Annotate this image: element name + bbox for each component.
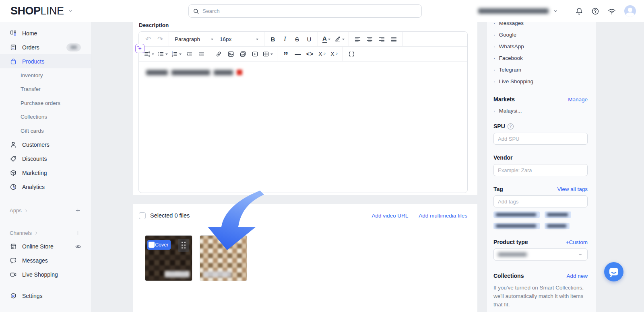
insert-link-button[interactable] <box>213 48 225 60</box>
shopline-logo[interactable]: SHOPLINE <box>10 5 74 17</box>
sidebar-item-analytics[interactable]: Analytics <box>0 180 91 194</box>
network-status-button[interactable] <box>607 7 616 15</box>
bullet-icon: · <box>493 22 495 26</box>
sidebar-section-channels[interactable]: Channels <box>0 227 91 240</box>
strikethrough-button[interactable]: S <box>291 33 303 45</box>
align-center-button[interactable] <box>363 33 376 45</box>
drag-handle[interactable] <box>178 239 189 252</box>
right-rail: ·Messages ·Google ·WhatsApp ·Facebook ·T… <box>487 22 596 312</box>
view-all-tags-link[interactable]: View all tags <box>557 186 588 192</box>
bold-button[interactable]: B <box>267 33 279 45</box>
rail-channel-facebook[interactable]: ·Facebook <box>493 52 588 64</box>
tags-input[interactable] <box>493 195 588 207</box>
help-button[interactable] <box>591 7 599 15</box>
sidebar-sub-label: Gift cards <box>21 128 44 134</box>
sidebar-item-discounts[interactable]: Discounts <box>0 152 91 166</box>
indent-button[interactable] <box>183 48 195 60</box>
ai-assistant-button[interactable]: ✦ ✦ <box>135 44 144 53</box>
global-search[interactable] <box>188 4 422 18</box>
superscript-button[interactable]: X2 <box>316 48 328 60</box>
fullscreen-button[interactable] <box>345 48 357 60</box>
image-checkbox[interactable] <box>149 242 155 248</box>
horizontal-rule-button[interactable]: — <box>292 48 304 60</box>
select-all-checkbox[interactable] <box>139 212 146 219</box>
notifications-button[interactable] <box>575 7 583 15</box>
redo-button[interactable]: ↷ <box>154 33 166 45</box>
paragraph-style-dropdown[interactable]: Paragraph <box>171 33 217 45</box>
align-left-button[interactable] <box>351 33 363 45</box>
tag-pill[interactable] <box>545 211 571 218</box>
bullet-list-button[interactable] <box>156 48 169 60</box>
blurred-text <box>146 70 168 75</box>
justify-button[interactable] <box>388 33 400 45</box>
rail-channel-telegram[interactable]: ·Telegram <box>493 64 588 76</box>
add-channel-icon[interactable] <box>75 230 81 236</box>
tag-pill[interactable] <box>545 223 570 229</box>
product-image-2[interactable] <box>200 235 247 281</box>
sidebar-item-marketing[interactable]: Marketing <box>0 166 91 180</box>
sidebar-item-products[interactable]: Products <box>0 54 91 68</box>
sidebar-item-live-shopping[interactable]: Live Shopping <box>0 268 91 282</box>
sidebar-item-messages[interactable]: Messages <box>0 254 91 268</box>
product-image-cover[interactable]: Cover <box>145 235 192 281</box>
sidebar-item-label: Discounts <box>22 156 91 162</box>
italic-button[interactable]: I <box>279 33 291 45</box>
add-video-url-link[interactable]: Add video URL <box>372 213 408 219</box>
tag-pill[interactable] <box>493 211 540 218</box>
insert-gallery-button[interactable] <box>237 48 249 60</box>
text-color-button[interactable]: A <box>320 33 332 45</box>
add-new-collection-link[interactable]: Add new <box>566 273 588 279</box>
sidebar-item-inventory[interactable]: Inventory <box>0 68 91 82</box>
add-multimedia-files-link[interactable]: Add multimedia files <box>419 213 467 219</box>
insert-table-button[interactable] <box>261 48 275 60</box>
vendor-input[interactable] <box>493 164 588 176</box>
sidebar-item-home[interactable]: Home <box>0 26 91 40</box>
search-input[interactable] <box>202 8 417 14</box>
sidebar-item-customers[interactable]: Customers <box>0 138 91 152</box>
user-avatar[interactable] <box>624 5 636 17</box>
blurred-emoji <box>237 70 242 75</box>
spu-help-icon[interactable]: ? <box>508 123 514 129</box>
numbered-list-button[interactable]: 123 <box>169 48 183 60</box>
custom-product-type-link[interactable]: +Custom <box>566 239 588 245</box>
manage-markets-link[interactable]: Manage <box>568 96 588 103</box>
rail-channel-whatsapp[interactable]: ·WhatsApp <box>493 41 588 52</box>
cover-badge: Cover <box>147 240 171 250</box>
insert-video-button[interactable] <box>249 48 261 60</box>
sidebar-section-apps[interactable]: Apps <box>0 204 91 217</box>
sidebar-item-collections[interactable]: Collections <box>0 110 91 124</box>
insert-image-button[interactable] <box>225 48 237 60</box>
product-type-header: Product type +Custom <box>493 239 588 245</box>
rail-channel-messages[interactable]: ·Messages <box>493 22 588 29</box>
rail-channel-google[interactable]: ·Google <box>493 29 588 41</box>
add-app-icon[interactable] <box>75 207 81 213</box>
account-menu[interactable] <box>478 8 559 14</box>
code-button[interactable]: <> <box>304 48 316 60</box>
font-size-dropdown[interactable]: 16px <box>217 33 262 45</box>
sidebar-item-online-store[interactable]: Online Store <box>0 240 91 254</box>
sidebar-item-settings[interactable]: Settings <box>0 289 91 303</box>
align-right-button[interactable] <box>376 33 388 45</box>
store-visibility-toggle[interactable] <box>75 243 82 250</box>
editor-content[interactable] <box>139 62 467 83</box>
tag-pills <box>493 211 588 229</box>
subscript-button[interactable]: X2 <box>328 48 340 60</box>
tag-pill[interactable] <box>493 223 540 229</box>
market-item-malaysia[interactable]: ·Malaysi... <box>493 105 588 117</box>
bullet-icon: · <box>493 108 495 114</box>
channels-section-label: Channels <box>10 230 32 236</box>
rail-channel-live-shopping[interactable]: ·Live Shopping <box>493 76 588 87</box>
market-item-label: Malaysi... <box>499 108 522 114</box>
product-type-select[interactable] <box>493 248 588 261</box>
sidebar-item-purchase-orders[interactable]: Purchase orders <box>0 96 91 110</box>
sidebar-item-transfer[interactable]: Transfer <box>0 82 91 96</box>
outdent-button[interactable] <box>195 48 207 60</box>
underline-button[interactable]: U <box>303 33 315 45</box>
undo-button[interactable]: ↶ <box>142 33 154 45</box>
chat-launcher-button[interactable] <box>604 262 623 281</box>
blockquote-button[interactable]: ” <box>280 48 292 60</box>
highlight-color-button[interactable] <box>332 33 346 45</box>
spu-input[interactable] <box>493 133 588 145</box>
sidebar-item-gift-cards[interactable]: Gift cards <box>0 124 91 138</box>
sidebar-item-orders[interactable]: Orders <box>0 40 91 54</box>
